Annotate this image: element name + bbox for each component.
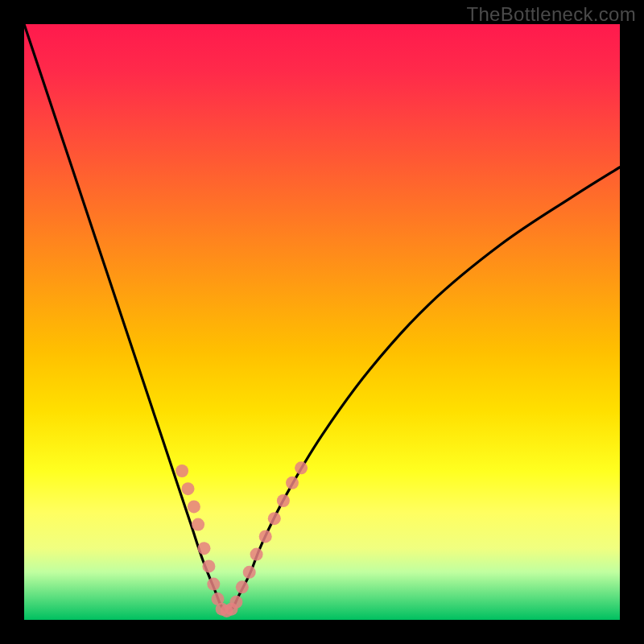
plot-area	[24, 24, 620, 620]
marker-dot	[182, 482, 195, 495]
marker-dot	[268, 512, 281, 525]
marker-dot	[286, 477, 299, 489]
marker-dot	[259, 530, 272, 543]
watermark-text: TheBottleneck.com	[466, 3, 636, 26]
marker-dot	[236, 580, 249, 593]
bottleneck-curve	[24, 24, 620, 611]
marker-dot	[277, 494, 290, 507]
marker-dot	[295, 461, 308, 474]
marker-dot	[243, 566, 256, 579]
marker-dot	[192, 518, 204, 531]
marker-dot	[175, 464, 188, 477]
marker-dot	[202, 559, 215, 572]
marker-dot	[229, 596, 242, 609]
marker-dot	[250, 548, 263, 561]
chart-frame: TheBottleneck.com	[0, 0, 644, 644]
marker-dot	[188, 500, 200, 513]
marker-dot	[197, 542, 210, 555]
curve-layer	[24, 24, 620, 620]
marker-dot	[207, 578, 220, 591]
